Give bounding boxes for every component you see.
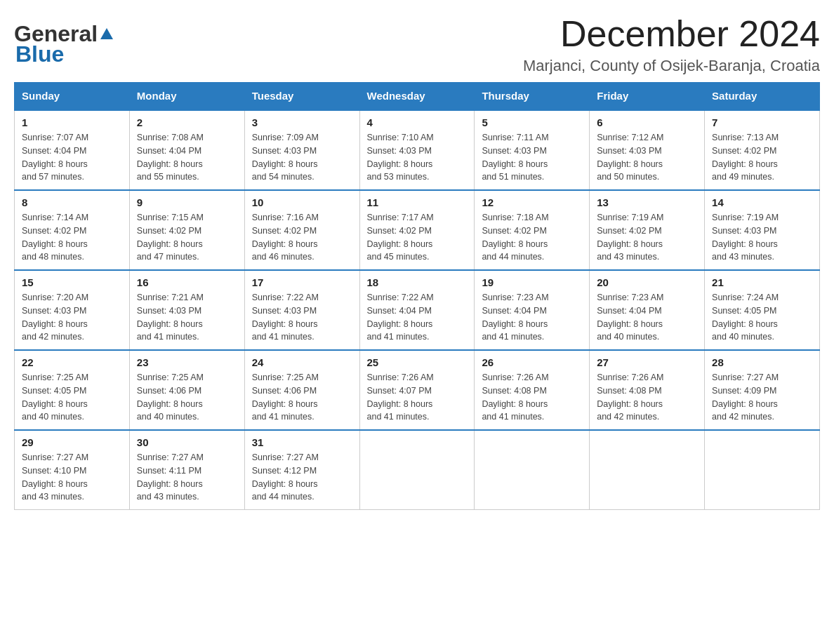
day-cell-10: 10Sunrise: 7:16 AMSunset: 4:02 PMDayligh…: [244, 190, 359, 270]
week-row-2: 8Sunrise: 7:14 AMSunset: 4:02 PMDaylight…: [15, 190, 820, 270]
day-info-19: Sunrise: 7:23 AMSunset: 4:04 PMDaylight:…: [482, 291, 582, 344]
day-number-28: 28: [712, 356, 812, 368]
week-row-1: 1Sunrise: 7:07 AMSunset: 4:04 PMDaylight…: [15, 110, 820, 191]
day-cell-4: 4Sunrise: 7:10 AMSunset: 4:03 PMDaylight…: [359, 110, 475, 191]
day-info-13: Sunrise: 7:19 AMSunset: 4:02 PMDaylight:…: [597, 211, 697, 264]
empty-cell-w4-d4: [475, 430, 590, 510]
logo-blue: Blue: [15, 41, 64, 67]
day-info-17: Sunrise: 7:22 AMSunset: 4:03 PMDaylight:…: [252, 291, 352, 344]
day-number-9: 9: [137, 196, 237, 208]
day-cell-9: 9Sunrise: 7:15 AMSunset: 4:02 PMDaylight…: [129, 190, 244, 270]
day-number-10: 10: [252, 196, 352, 208]
day-number-5: 5: [482, 116, 582, 128]
day-number-26: 26: [482, 356, 582, 368]
day-number-23: 23: [137, 356, 237, 368]
empty-cell-w4-d3: [359, 430, 475, 510]
day-number-2: 2: [137, 116, 237, 128]
day-cell-19: 19Sunrise: 7:23 AMSunset: 4:04 PMDayligh…: [475, 270, 590, 350]
day-number-21: 21: [712, 276, 812, 288]
day-cell-20: 20Sunrise: 7:23 AMSunset: 4:04 PMDayligh…: [590, 270, 705, 350]
day-cell-30: 30Sunrise: 7:27 AMSunset: 4:11 PMDayligh…: [129, 430, 244, 510]
title-area: December 2024 Marjanci, County of Osijek…: [523, 14, 820, 75]
day-number-31: 31: [252, 436, 352, 448]
empty-cell-w4-d6: [705, 430, 820, 510]
day-info-29: Sunrise: 7:27 AMSunset: 4:10 PMDaylight:…: [22, 451, 122, 504]
day-number-11: 11: [367, 196, 468, 208]
day-number-19: 19: [482, 276, 582, 288]
day-number-24: 24: [252, 356, 352, 368]
svg-marker-0: [100, 28, 113, 39]
header-saturday: Saturday: [705, 83, 820, 110]
header-sunday: Sunday: [15, 83, 130, 110]
day-info-16: Sunrise: 7:21 AMSunset: 4:03 PMDaylight:…: [137, 291, 237, 344]
day-info-23: Sunrise: 7:25 AMSunset: 4:06 PMDaylight:…: [137, 371, 237, 424]
day-info-2: Sunrise: 7:08 AMSunset: 4:04 PMDaylight:…: [137, 131, 237, 184]
day-info-26: Sunrise: 7:26 AMSunset: 4:08 PMDaylight:…: [482, 371, 582, 424]
day-cell-26: 26Sunrise: 7:26 AMSunset: 4:08 PMDayligh…: [475, 350, 590, 430]
day-info-30: Sunrise: 7:27 AMSunset: 4:11 PMDaylight:…: [137, 451, 237, 504]
day-info-4: Sunrise: 7:10 AMSunset: 4:03 PMDaylight:…: [367, 131, 468, 184]
day-cell-3: 3Sunrise: 7:09 AMSunset: 4:03 PMDaylight…: [244, 110, 359, 191]
day-number-25: 25: [367, 356, 468, 368]
day-number-17: 17: [252, 276, 352, 288]
day-info-11: Sunrise: 7:17 AMSunset: 4:02 PMDaylight:…: [367, 211, 468, 264]
day-cell-7: 7Sunrise: 7:13 AMSunset: 4:02 PMDaylight…: [705, 110, 820, 191]
day-info-24: Sunrise: 7:25 AMSunset: 4:06 PMDaylight:…: [252, 371, 352, 424]
day-number-22: 22: [22, 356, 122, 368]
week-row-4: 22Sunrise: 7:25 AMSunset: 4:05 PMDayligh…: [15, 350, 820, 430]
empty-cell-w4-d5: [590, 430, 705, 510]
day-cell-15: 15Sunrise: 7:20 AMSunset: 4:03 PMDayligh…: [15, 270, 130, 350]
calendar-table: Sunday Monday Tuesday Wednesday Thursday…: [14, 82, 820, 510]
day-number-14: 14: [712, 196, 812, 208]
month-title: December 2024: [523, 14, 820, 54]
day-number-4: 4: [367, 116, 468, 128]
week-row-5: 29Sunrise: 7:27 AMSunset: 4:10 PMDayligh…: [15, 430, 820, 510]
day-cell-17: 17Sunrise: 7:22 AMSunset: 4:03 PMDayligh…: [244, 270, 359, 350]
header-monday: Monday: [129, 83, 244, 110]
day-cell-28: 28Sunrise: 7:27 AMSunset: 4:09 PMDayligh…: [705, 350, 820, 430]
day-info-28: Sunrise: 7:27 AMSunset: 4:09 PMDaylight:…: [712, 371, 812, 424]
day-cell-16: 16Sunrise: 7:21 AMSunset: 4:03 PMDayligh…: [129, 270, 244, 350]
logo-triangle-icon: [99, 27, 114, 42]
day-info-1: Sunrise: 7:07 AMSunset: 4:04 PMDaylight:…: [22, 131, 122, 184]
day-info-27: Sunrise: 7:26 AMSunset: 4:08 PMDaylight:…: [597, 371, 697, 424]
day-cell-2: 2Sunrise: 7:08 AMSunset: 4:04 PMDaylight…: [129, 110, 244, 191]
day-number-29: 29: [22, 436, 122, 448]
day-cell-5: 5Sunrise: 7:11 AMSunset: 4:03 PMDaylight…: [475, 110, 590, 191]
day-number-30: 30: [137, 436, 237, 448]
day-number-18: 18: [367, 276, 468, 288]
page-header: General Blue December 2024 Marjanci, Cou…: [14, 14, 820, 75]
day-cell-8: 8Sunrise: 7:14 AMSunset: 4:02 PMDaylight…: [15, 190, 130, 270]
day-cell-29: 29Sunrise: 7:27 AMSunset: 4:10 PMDayligh…: [15, 430, 130, 510]
day-info-22: Sunrise: 7:25 AMSunset: 4:05 PMDaylight:…: [22, 371, 122, 424]
day-number-13: 13: [597, 196, 697, 208]
day-number-20: 20: [597, 276, 697, 288]
day-number-1: 1: [22, 116, 122, 128]
day-number-8: 8: [22, 196, 122, 208]
day-cell-21: 21Sunrise: 7:24 AMSunset: 4:05 PMDayligh…: [705, 270, 820, 350]
day-cell-12: 12Sunrise: 7:18 AMSunset: 4:02 PMDayligh…: [475, 190, 590, 270]
day-cell-27: 27Sunrise: 7:26 AMSunset: 4:08 PMDayligh…: [590, 350, 705, 430]
header-tuesday: Tuesday: [244, 83, 359, 110]
day-number-16: 16: [137, 276, 237, 288]
day-cell-11: 11Sunrise: 7:17 AMSunset: 4:02 PMDayligh…: [359, 190, 475, 270]
day-cell-14: 14Sunrise: 7:19 AMSunset: 4:03 PMDayligh…: [705, 190, 820, 270]
day-info-18: Sunrise: 7:22 AMSunset: 4:04 PMDaylight:…: [367, 291, 468, 344]
day-number-7: 7: [712, 116, 812, 128]
day-cell-25: 25Sunrise: 7:26 AMSunset: 4:07 PMDayligh…: [359, 350, 475, 430]
day-cell-31: 31Sunrise: 7:27 AMSunset: 4:12 PMDayligh…: [244, 430, 359, 510]
day-info-25: Sunrise: 7:26 AMSunset: 4:07 PMDaylight:…: [367, 371, 468, 424]
day-cell-6: 6Sunrise: 7:12 AMSunset: 4:03 PMDaylight…: [590, 110, 705, 191]
day-info-6: Sunrise: 7:12 AMSunset: 4:03 PMDaylight:…: [597, 131, 697, 184]
day-cell-23: 23Sunrise: 7:25 AMSunset: 4:06 PMDayligh…: [129, 350, 244, 430]
header-friday: Friday: [590, 83, 705, 110]
day-number-6: 6: [597, 116, 697, 128]
days-header-row: Sunday Monday Tuesday Wednesday Thursday…: [15, 83, 820, 110]
day-cell-13: 13Sunrise: 7:19 AMSunset: 4:02 PMDayligh…: [590, 190, 705, 270]
header-thursday: Thursday: [475, 83, 590, 110]
day-info-8: Sunrise: 7:14 AMSunset: 4:02 PMDaylight:…: [22, 211, 122, 264]
header-wednesday: Wednesday: [359, 83, 475, 110]
day-cell-22: 22Sunrise: 7:25 AMSunset: 4:05 PMDayligh…: [15, 350, 130, 430]
week-row-3: 15Sunrise: 7:20 AMSunset: 4:03 PMDayligh…: [15, 270, 820, 350]
logo-area: General Blue: [14, 14, 116, 67]
